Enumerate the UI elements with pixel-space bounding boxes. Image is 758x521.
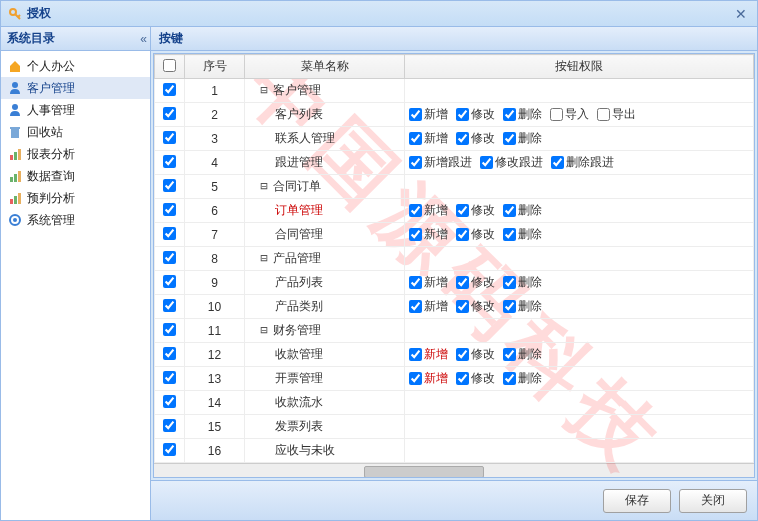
close-button[interactable]: 关闭: [679, 489, 747, 513]
collapse-icon[interactable]: «: [140, 32, 144, 46]
table-row: 14收款流水: [155, 391, 754, 415]
perm-checkbox[interactable]: [456, 348, 469, 361]
perm-checkbox[interactable]: [597, 108, 610, 121]
perm-checkbox[interactable]: [503, 372, 516, 385]
sidebar-title: 系统目录: [7, 30, 140, 47]
row-checkbox[interactable]: [163, 131, 176, 144]
expander-icon[interactable]: ⊟: [259, 323, 269, 337]
row-checkbox[interactable]: [163, 299, 176, 312]
perm-item: 新增: [409, 130, 448, 147]
perm-checkbox[interactable]: [409, 228, 422, 241]
perm-checkbox[interactable]: [503, 300, 516, 313]
scrollbar-thumb[interactable]: [364, 466, 484, 478]
sidebar-item-label: 客户管理: [27, 80, 75, 97]
svg-rect-6: [10, 127, 20, 129]
perm-item: 导入: [550, 106, 589, 123]
row-checkbox[interactable]: [163, 443, 176, 456]
perm-checkbox[interactable]: [456, 372, 469, 385]
row-menu-name: 应收与未收: [245, 439, 405, 463]
table-row: 6订单管理新增修改删除: [155, 199, 754, 223]
perm-checkbox[interactable]: [456, 276, 469, 289]
row-checkbox[interactable]: [163, 227, 176, 240]
perm-checkbox[interactable]: [503, 276, 516, 289]
perm-label: 删除: [518, 274, 542, 291]
sidebar-item[interactable]: 系统管理: [1, 209, 150, 231]
perm-checkbox[interactable]: [550, 108, 563, 121]
key-icon: [7, 6, 23, 22]
perm-checkbox[interactable]: [456, 108, 469, 121]
perm-checkbox[interactable]: [409, 132, 422, 145]
tree: 个人办公客户管理人事管理回收站报表分析数据查询预判分析系统管理: [1, 51, 150, 235]
row-checkbox[interactable]: [163, 83, 176, 96]
perm-checkbox[interactable]: [503, 132, 516, 145]
perm-checkbox[interactable]: [409, 300, 422, 313]
save-button[interactable]: 保存: [603, 489, 671, 513]
grid-wrap: 中国源码科技 序号 菜单名称 按钮权限 1⊟客户管理2客户列表新增修改删除导入导…: [153, 53, 755, 478]
table-row: 10产品类别新增修改删除: [155, 295, 754, 319]
sidebar-item[interactable]: 客户管理: [1, 77, 150, 99]
perm-checkbox[interactable]: [503, 204, 516, 217]
perm-item: 修改: [456, 226, 495, 243]
row-menu-name: 订单管理: [245, 199, 405, 223]
row-menu-name: 收款管理: [245, 343, 405, 367]
perm-label: 新增跟进: [424, 154, 472, 171]
sidebar-item-label: 回收站: [27, 124, 63, 141]
perm-checkbox[interactable]: [503, 348, 516, 361]
perm-checkbox[interactable]: [503, 108, 516, 121]
row-checkbox[interactable]: [163, 251, 176, 264]
row-checkbox[interactable]: [163, 371, 176, 384]
perm-label: 新增: [424, 226, 448, 243]
row-checkbox[interactable]: [163, 179, 176, 192]
perm-label: 删除: [518, 346, 542, 363]
sidebar-item[interactable]: 报表分析: [1, 143, 150, 165]
perm-checkbox[interactable]: [409, 108, 422, 121]
row-checkbox[interactable]: [163, 395, 176, 408]
perm-label: 修改: [471, 298, 495, 315]
close-icon[interactable]: ✕: [731, 6, 751, 22]
row-checkbox[interactable]: [163, 155, 176, 168]
row-checkbox[interactable]: [163, 203, 176, 216]
row-menu-name: 开票管理: [245, 367, 405, 391]
perm-checkbox[interactable]: [409, 372, 422, 385]
perm-checkbox[interactable]: [409, 348, 422, 361]
table-row: 12收款管理新增修改删除: [155, 343, 754, 367]
expander-icon[interactable]: ⊟: [259, 83, 269, 97]
row-checkbox[interactable]: [163, 107, 176, 120]
row-seq: 7: [185, 223, 245, 247]
perm-checkbox[interactable]: [456, 228, 469, 241]
row-seq: 10: [185, 295, 245, 319]
svg-rect-13: [10, 199, 13, 204]
perm-checkbox[interactable]: [409, 156, 422, 169]
row-seq: 12: [185, 343, 245, 367]
expander-icon[interactable]: ⊟: [259, 251, 269, 265]
sidebar-item-label: 人事管理: [27, 102, 75, 119]
perm-item: 新增: [409, 106, 448, 123]
expander-icon[interactable]: ⊟: [259, 179, 269, 193]
row-checkbox[interactable]: [163, 275, 176, 288]
sidebar-item[interactable]: 人事管理: [1, 99, 150, 121]
row-checkbox[interactable]: [163, 347, 176, 360]
row-checkbox[interactable]: [163, 323, 176, 336]
perm-checkbox[interactable]: [456, 300, 469, 313]
perm-label: 新增: [424, 274, 448, 291]
perm-checkbox[interactable]: [551, 156, 564, 169]
perm-checkbox[interactable]: [456, 204, 469, 217]
perm-item: 修改: [456, 370, 495, 387]
horizontal-scrollbar[interactable]: [154, 463, 754, 477]
perm-checkbox[interactable]: [409, 204, 422, 217]
sidebar-item[interactable]: 个人办公: [1, 55, 150, 77]
select-all-checkbox[interactable]: [163, 59, 176, 72]
perm-label: 新增: [424, 298, 448, 315]
perm-item: 删除: [503, 202, 542, 219]
table-row: 15发票列表: [155, 415, 754, 439]
sidebar-item[interactable]: 回收站: [1, 121, 150, 143]
perm-checkbox[interactable]: [456, 132, 469, 145]
perm-checkbox[interactable]: [480, 156, 493, 169]
row-perms: [405, 175, 754, 199]
perm-checkbox[interactable]: [503, 228, 516, 241]
row-checkbox[interactable]: [163, 419, 176, 432]
sidebar-item[interactable]: 数据查询: [1, 165, 150, 187]
sidebar-item[interactable]: 预判分析: [1, 187, 150, 209]
row-seq: 15: [185, 415, 245, 439]
perm-checkbox[interactable]: [409, 276, 422, 289]
